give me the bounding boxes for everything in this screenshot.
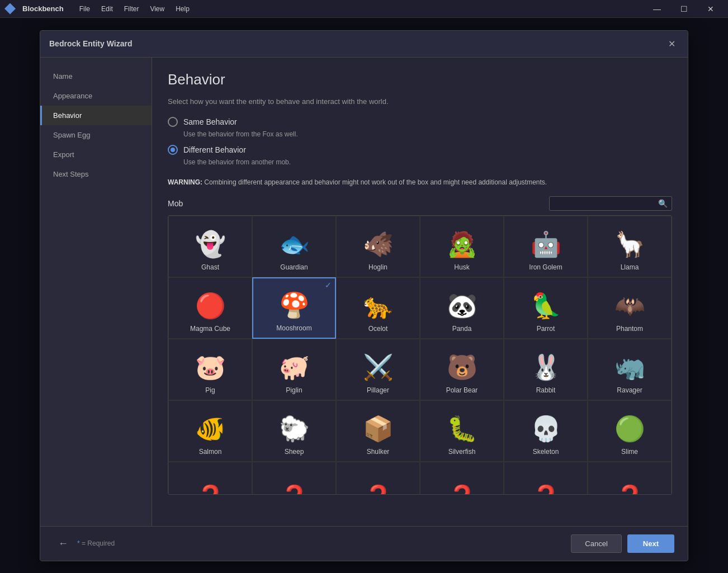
app-name: Blockbench [22,4,64,13]
list-item[interactable]: 📦 Shulker [336,400,420,462]
mob-header: Mob 🔍 [168,196,672,211]
list-item[interactable]: ⚔️ Pillager [336,339,420,400]
different-behavior-option[interactable]: Different Behavior [168,145,672,155]
behavior-radio-group: Same Behavior Use the behavior from the … [168,117,672,173]
mob-name: Guardian [280,263,308,271]
list-item[interactable]: 🐼 Panda [420,277,504,339]
list-item[interactable]: 🐆 Ocelot [336,277,420,339]
cancel-button[interactable]: Cancel [571,534,621,553]
dialog-body: Name Appearance Behavior Spawn Egg Expor… [40,58,688,526]
list-item[interactable]: 🐖 Piglin [252,339,336,400]
menu-file[interactable]: File [75,4,94,14]
list-item[interactable]: 🐰 Rabbit [504,339,588,400]
mob-grid: 👻 Ghast 🐟 Guardian 🐗 Hoglin 🧟 Husk 🤖 Iro… [168,215,672,495]
menu-help[interactable]: Help [171,4,194,14]
next-button[interactable]: Next [627,534,674,553]
required-text: * = Required [77,539,115,547]
list-item[interactable]: 🐑 Sheep [252,400,336,462]
maximize-button[interactable]: ☐ [671,0,697,18]
list-item[interactable]: ❓ [588,462,672,495]
mob-name: Husk [454,263,469,271]
mob-name: Silverfish [448,448,476,456]
mob-name: Ravager [617,386,642,394]
warning-label: WARNING: [168,178,202,186]
mob-sprite: 🐆 [361,289,395,323]
sidebar-item-next-steps[interactable]: Next Steps [40,164,152,184]
list-item[interactable]: ❓ [420,462,504,495]
required-star: * [77,539,80,547]
list-item[interactable]: 🐠 Salmon [168,400,252,462]
mob-sprite: 🐼 [445,289,479,323]
list-item[interactable]: 🦙 Llama [588,216,672,277]
list-item[interactable]: 🧟 Husk [420,216,504,277]
sidebar-item-behavior[interactable]: Behavior [40,106,152,125]
mob-name: Magma Cube [190,325,230,333]
same-behavior-label: Same Behavior [183,117,237,126]
mob-sprite: 👻 [193,228,227,261]
wizard-dialog: Bedrock Entity Wizard ✕ Name Appearance … [40,30,688,561]
list-item[interactable]: 🐛 Silverfish [420,400,504,462]
list-item[interactable]: ❓ [168,462,252,495]
different-behavior-radio[interactable] [168,145,178,155]
sidebar-item-appearance[interactable]: Appearance [40,86,152,106]
mob-sprite: 🐟 [277,228,311,261]
menu-filter[interactable]: Filter [120,4,144,14]
mob-sprite: ❓ [613,481,646,495]
back-button[interactable]: ← [54,536,73,552]
mob-name: Ocelot [368,325,388,333]
sidebar-item-export[interactable]: Export [40,145,152,164]
dialog-overlay: Bedrock Entity Wizard ✕ Name Appearance … [0,18,728,573]
mob-search-input[interactable] [549,196,672,211]
mob-sprite: 🦜 [529,289,562,323]
list-item[interactable]: ❓ [336,462,420,495]
list-item[interactable]: 🤖 Iron Golem [504,216,588,277]
page-title: Behavior [168,71,672,88]
mob-name: Iron Golem [529,263,562,271]
list-item[interactable]: 🦇 Phantom [588,277,672,339]
mob-name: Llama [621,263,639,271]
list-item[interactable]: 🔴 Magma Cube [168,277,252,339]
list-item[interactable]: ❓ [504,462,588,495]
mob-sprite: 🐷 [193,351,227,384]
mob-sprite: 🐠 [193,412,227,446]
list-item[interactable]: 🦜 Parrot [504,277,588,339]
mob-sprite: ❓ [361,481,395,495]
list-item[interactable]: 👻 Ghast [168,216,252,277]
list-item[interactable]: 🦏 Ravager [588,339,672,400]
mob-sprite: 🐰 [529,351,562,384]
mob-name: Pillager [367,386,389,394]
same-behavior-radio[interactable] [168,117,178,127]
list-item[interactable]: 🐟 Guardian [252,216,336,277]
minimize-button[interactable]: — [644,0,670,18]
list-item[interactable]: ❓ [252,462,336,495]
dialog-close-button[interactable]: ✕ [665,37,679,50]
list-item[interactable]: 🐗 Hoglin [336,216,420,277]
footer-right: Cancel Next [571,534,674,553]
mob-sprite: 🐑 [277,412,311,446]
list-item[interactable]: 🐷 Pig [168,339,252,400]
close-window-button[interactable]: ✕ [698,0,724,18]
sidebar-item-spawn-egg[interactable]: Spawn Egg [40,125,152,145]
mob-sprite: ❓ [193,481,227,495]
list-item[interactable]: 🟢 Slime [588,400,672,462]
mob-sprite: 📦 [361,412,395,446]
mob-label: Mob [168,199,183,208]
list-item[interactable]: 🍄 Mooshroom [252,277,336,339]
mob-name: Pig [205,386,215,394]
dialog-header: Bedrock Entity Wizard ✕ [40,31,688,58]
different-behavior-desc: Use the behavior from another mob. [183,158,672,166]
mob-sprite: 🧟 [445,228,479,261]
main-content: Behavior Select how you want the entity … [152,58,688,526]
sidebar-item-name[interactable]: Name [40,67,152,86]
app-logo [4,3,16,15]
mob-sprite: 🔴 [193,289,227,323]
list-item[interactable]: 🐻 Polar Bear [420,339,504,400]
list-item[interactable]: 💀 Skeleton [504,400,588,462]
menu-view[interactable]: View [145,4,169,14]
mob-sprite: 🦇 [613,289,646,323]
same-behavior-option[interactable]: Same Behavior [168,117,672,127]
menu-edit[interactable]: Edit [97,4,117,14]
menu-bar: File Edit Filter View Help [75,4,194,14]
wizard-sidebar: Name Appearance Behavior Spawn Egg Expor… [40,58,152,526]
warning-message: Combining different appearance and behav… [204,178,547,186]
